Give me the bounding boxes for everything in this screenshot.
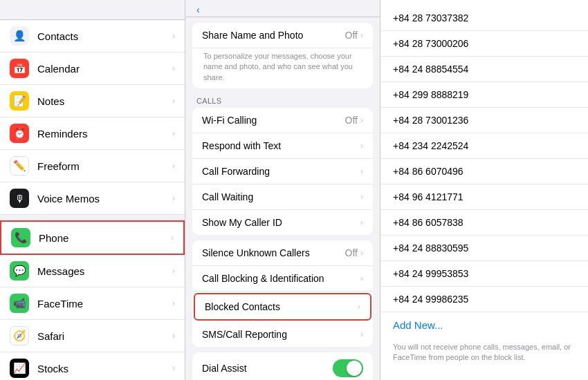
stocks-icon: 📈	[10, 359, 29, 378]
settings-row-blocked-contacts[interactable]: Blocked Contacts ›	[194, 293, 371, 321]
sidebar-item-safari[interactable]: 🧭 Safari ›	[0, 320, 185, 352]
block-list-description: You will not receive phone calls, messag…	[380, 338, 588, 370]
chevron-icon: ›	[360, 167, 363, 176]
row-label-respond-text: Respond with Text	[202, 140, 360, 151]
sidebar-item-phone[interactable]: 📞 Phone ›	[0, 220, 185, 255]
phone-number-item[interactable]: +84 24 88854554	[380, 57, 588, 82]
settings-row-share-name[interactable]: Share Name and Photo Off ›	[192, 23, 373, 48]
sidebar-item-contacts[interactable]: 👤 Contacts ›	[0, 20, 185, 53]
phone-number-item[interactable]: +84 86 6070496	[380, 159, 588, 184]
nav-row: ‹	[196, 7, 369, 12]
chevron-left-icon: ‹	[196, 4, 200, 15]
add-new-button[interactable]: Add New...	[380, 312, 588, 338]
row-value-silence-unknown: Off	[345, 247, 358, 258]
settings-row-silence-unknown[interactable]: Silence Unknown Callers Off ›	[192, 240, 373, 266]
phone-number-item[interactable]: +84 234 2242524	[380, 133, 588, 159]
chevron-icon: ›	[358, 302, 360, 312]
calendar-icon: 📅	[10, 59, 29, 78]
row-value-wifi-calling: Off	[345, 115, 358, 126]
chevron-icon: ›	[172, 193, 175, 203]
messages-icon: 💬	[10, 261, 29, 281]
freeform-icon: ✏️	[10, 156, 29, 175]
right-panel: +84 28 73037382+84 28 73000206+84 24 888…	[380, 0, 588, 380]
chevron-icon: ›	[171, 233, 174, 243]
chevron-icon: ›	[360, 115, 363, 125]
sidebar-item-freeform[interactable]: ✏️ Freeform ›	[0, 150, 185, 182]
sidebar-item-calendar[interactable]: 📅 Calendar ›	[0, 53, 185, 85]
settings-section-0: Share Name and Photo Off › To personaliz…	[192, 23, 373, 88]
middle-header: ‹	[185, 0, 380, 17]
settings-section-3: Dial Assist	[192, 352, 373, 380]
row-label-dial-assist: Dial Assist	[202, 363, 333, 374]
sidebar-label-phone: Phone	[39, 232, 171, 244]
left-sidebar: 👤 Contacts › 📅 Calendar › 📝 Notes › ⏰ Re…	[0, 0, 185, 380]
phone-number-item[interactable]: +84 24 99953853	[380, 261, 588, 287]
chevron-icon: ›	[172, 31, 175, 41]
phone-number-item[interactable]: +84 24 99986235	[380, 287, 588, 312]
blocked-numbers-list: +84 28 73037382+84 28 73000206+84 24 888…	[380, 0, 588, 380]
row-label-share-name: Share Name and Photo	[202, 30, 345, 41]
settings-row-caller-id[interactable]: Show My Caller ID ›	[192, 210, 373, 235]
sidebar-label-messages: Messages	[37, 265, 172, 277]
sidebar-item-stocks[interactable]: 📈 Stocks ›	[0, 352, 185, 380]
sidebar-item-voicememos[interactable]: 🎙 Voice Memos ›	[0, 182, 185, 215]
chevron-icon: ›	[172, 129, 175, 138]
settings-row-sms-reporting[interactable]: SMS/Call Reporting ›	[192, 322, 373, 347]
facetime-icon: 📹	[10, 294, 29, 313]
chevron-icon: ›	[360, 141, 363, 151]
sidebar-item-reminders[interactable]: ⏰ Reminders ›	[0, 117, 185, 150]
row-label-blocked-contacts: Blocked Contacts	[205, 301, 358, 312]
phone-number-item[interactable]: +84 28 73037382	[380, 6, 588, 31]
toggle-dial-assist[interactable]	[333, 359, 363, 377]
back-button[interactable]: ‹	[196, 4, 201, 15]
settings-list: 👤 Contacts › 📅 Calendar › 📝 Notes › ⏰ Re…	[0, 20, 185, 380]
phone-settings-list: Share Name and Photo Off › To personaliz…	[185, 17, 380, 380]
chevron-icon: ›	[360, 218, 363, 227]
safari-icon: 🧭	[10, 326, 29, 345]
sidebar-item-messages[interactable]: 💬 Messages ›	[0, 255, 185, 287]
left-panel-title	[11, 10, 174, 15]
phone-number-item[interactable]: +84 24 88830595	[380, 236, 588, 261]
chevron-icon: ›	[360, 274, 363, 283]
sidebar-label-notes: Notes	[37, 95, 172, 107]
sidebar-label-reminders: Reminders	[37, 128, 172, 140]
chevron-icon: ›	[172, 266, 175, 276]
chevron-icon: ›	[172, 363, 175, 373]
chevron-icon: ›	[172, 298, 175, 308]
settings-row-respond-text[interactable]: Respond with Text ›	[192, 133, 373, 159]
row-label-call-waiting: Call Waiting	[202, 191, 360, 202]
section-label-1: CALLS	[185, 94, 380, 108]
row-label-sms-reporting: SMS/Call Reporting	[202, 329, 360, 340]
sidebar-label-freeform: Freeform	[37, 160, 172, 172]
sidebar-label-calendar: Calendar	[37, 63, 172, 75]
contacts-icon: 👤	[10, 26, 29, 46]
settings-row-dial-assist[interactable]: Dial Assist	[192, 352, 373, 380]
chevron-icon: ›	[172, 96, 175, 106]
settings-row-call-forwarding[interactable]: Call Forwarding ›	[192, 159, 373, 184]
chevron-icon: ›	[360, 30, 363, 40]
phone-number-item[interactable]: +84 299 8888219	[380, 82, 588, 108]
settings-row-call-waiting[interactable]: Call Waiting ›	[192, 184, 373, 210]
row-label-call-forwarding: Call Forwarding	[202, 166, 360, 177]
sidebar-label-stocks: Stocks	[37, 363, 172, 374]
voicememos-icon: 🎙	[10, 189, 29, 208]
left-header	[0, 0, 185, 20]
sidebar-item-facetime[interactable]: 📹 FaceTime ›	[0, 287, 185, 320]
middle-panel: ‹ Share Name and Photo Off › To personal…	[185, 0, 380, 380]
phone-number-item[interactable]: +84 28 73001236	[380, 108, 588, 133]
row-label-caller-id: Show My Caller ID	[202, 217, 360, 228]
sidebar-label-voicememos: Voice Memos	[37, 193, 172, 205]
sidebar-label-safari: Safari	[37, 330, 172, 342]
phone-number-item[interactable]: +84 86 6057838	[380, 210, 588, 236]
chevron-icon: ›	[172, 64, 175, 73]
settings-row-call-blocking[interactable]: Call Blocking & Identification ›	[192, 266, 373, 292]
row-label-silence-unknown: Silence Unknown Callers	[202, 247, 345, 258]
phone-number-item[interactable]: +84 96 4121771	[380, 184, 588, 210]
chevron-icon: ›	[172, 161, 175, 171]
sidebar-item-notes[interactable]: 📝 Notes ›	[0, 85, 185, 117]
settings-row-wifi-calling[interactable]: Wi-Fi Calling Off ›	[192, 108, 373, 133]
chevron-icon: ›	[360, 192, 363, 202]
phone-number-item[interactable]: +84 28 73000206	[380, 31, 588, 57]
chevron-icon: ›	[360, 248, 363, 258]
sidebar-label-contacts: Contacts	[37, 30, 172, 42]
